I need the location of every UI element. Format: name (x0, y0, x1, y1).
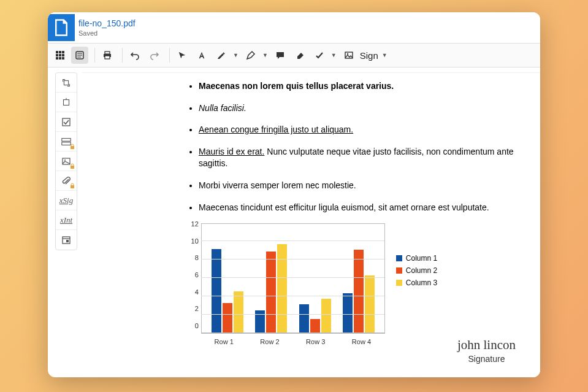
caret-icon: ▼ (331, 52, 337, 58)
legend-label: Column 3 (406, 279, 437, 287)
rotate-tool-button[interactable] (56, 73, 77, 93)
bar-chart: 121086420 Row 1Row 2Row 3Row 4 (201, 223, 385, 334)
select-tool-button[interactable] (174, 47, 191, 64)
toolbar: ▼ ▼ ▼ Sign ▼ (48, 43, 540, 67)
attach-tool-button[interactable] (56, 171, 77, 191)
document-list: Maecenas non lorem quis tellus placerat … (107, 80, 516, 213)
svg-rect-31 (66, 240, 69, 242)
signature-name: john lincon (457, 337, 516, 353)
undo-button[interactable] (126, 47, 143, 64)
date-tool-button[interactable] (56, 230, 77, 250)
bar (299, 304, 309, 333)
list-item: Morbi viverra semper lorem nec molestie. (199, 180, 516, 192)
y-tick-label: 6 (186, 271, 199, 279)
save-status: Saved (78, 29, 136, 37)
highlight-tool-dropdown[interactable]: ▼ (213, 47, 239, 64)
bar (310, 319, 320, 333)
print-button[interactable] (99, 47, 116, 64)
checkbox-tool-button[interactable] (56, 112, 77, 132)
svg-rect-18 (64, 80, 68, 85)
bar-group (212, 249, 243, 333)
crop-tool-button[interactable] (56, 93, 77, 112)
svg-rect-15 (105, 56, 110, 59)
toolbar-sep (169, 48, 170, 63)
app-logo (48, 14, 75, 41)
bar-group (299, 299, 331, 333)
svg-rect-3 (56, 54, 58, 56)
svg-rect-0 (56, 51, 58, 53)
bar (365, 275, 375, 332)
comment-tool-button[interactable] (272, 47, 289, 64)
y-tick-label: 8 (186, 254, 199, 261)
svg-point-26 (64, 159, 66, 161)
svg-rect-6 (56, 57, 58, 60)
list-item: Mauris id ex erat. Nunc vulputate neque … (199, 146, 516, 170)
svg-rect-21 (63, 118, 70, 126)
image-panel-button[interactable] (56, 152, 77, 171)
gridline (201, 314, 384, 315)
initials-panel-button[interactable]: xInt (56, 210, 77, 230)
y-tick-label: 4 (186, 288, 199, 296)
list-item: Nulla facilisi. (199, 102, 516, 115)
side-toolbar: xSig xInt (55, 72, 77, 250)
legend-item: Column 2 (396, 266, 437, 275)
chart-container: 121086420 Row 1Row 2Row 3Row 4 Column 1C… (107, 223, 516, 334)
gridline (201, 259, 384, 259)
lock-icon (69, 163, 75, 169)
list-item: Maecenas tincidunt est efficitur ligula … (199, 202, 516, 214)
lock-icon (69, 144, 75, 150)
legend-swatch (396, 280, 402, 286)
svg-rect-4 (59, 54, 61, 56)
toolbar-sep (122, 48, 123, 63)
thumbnails-view-button[interactable] (52, 47, 69, 64)
bar (212, 249, 221, 333)
page-view-button[interactable] (71, 47, 88, 64)
signature-panel-button[interactable]: xSig (56, 191, 77, 210)
y-tick-label: 0 (186, 322, 199, 329)
signature-label: Signature (457, 354, 516, 364)
list-item: Maecenas non lorem quis tellus placerat … (199, 80, 516, 93)
eraser-tool-button[interactable] (291, 47, 308, 64)
legend-swatch (396, 255, 402, 261)
legend-item: Column 3 (396, 279, 437, 287)
header: file-no_150.pdf Saved (48, 12, 540, 43)
bar (234, 291, 243, 333)
svg-rect-7 (59, 57, 61, 60)
text-tool-button[interactable] (193, 47, 210, 64)
sign-dropdown[interactable]: Sign ▼ (360, 50, 388, 61)
svg-rect-2 (62, 51, 64, 53)
svg-rect-27 (71, 166, 74, 169)
bar (223, 303, 232, 332)
legend-swatch (396, 267, 402, 274)
gridline (201, 240, 384, 241)
bar (343, 293, 353, 333)
svg-rect-16 (345, 52, 353, 58)
file-title[interactable]: file-no_150.pdf (78, 18, 136, 28)
svg-rect-13 (105, 52, 110, 54)
form-tool-button[interactable] (56, 132, 77, 152)
svg-rect-5 (62, 54, 64, 56)
bar-group (343, 250, 375, 332)
x-tick-label: Row 2 (260, 338, 279, 345)
check-tool-dropdown[interactable]: ▼ (311, 47, 337, 64)
toolbar-sep (94, 48, 95, 63)
caret-icon: ▼ (233, 52, 239, 58)
y-tick-label: 12 (186, 220, 199, 228)
document-page: Maecenas non lorem quis tellus placerat … (82, 72, 540, 377)
chart-legend: Column 1Column 2Column 3 (396, 254, 437, 291)
legend-label: Column 2 (406, 266, 437, 275)
gridline (201, 296, 384, 296)
lock-icon (69, 183, 75, 189)
x-tick-label: Row 1 (215, 338, 234, 345)
svg-rect-19 (64, 99, 69, 105)
pencil-icon (242, 47, 259, 64)
svg-rect-28 (71, 185, 74, 188)
bar (321, 299, 331, 333)
svg-rect-24 (71, 146, 74, 149)
draw-tool-dropdown[interactable]: ▼ (242, 47, 268, 64)
gridline (201, 277, 384, 278)
x-tick-label: Row 3 (306, 338, 325, 345)
redo-button[interactable] (146, 47, 163, 64)
image-tool-button[interactable] (340, 47, 357, 64)
signature-block: john lincon Signature (457, 337, 516, 364)
